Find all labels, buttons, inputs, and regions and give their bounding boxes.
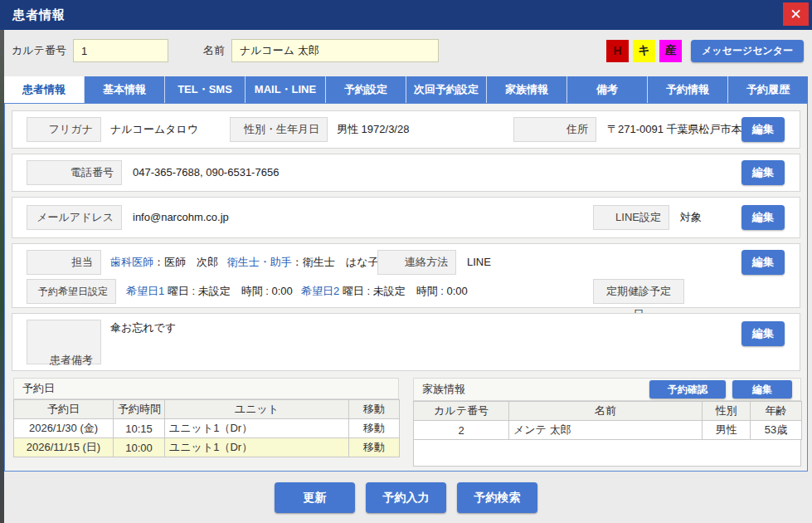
appointments-table: 予約日 予約時間 ユニット 移動 2026/1/30 (金) 10:15 ユニッ… [13,399,400,457]
tab-patient-info[interactable]: 患者情報 [4,76,85,103]
name-input[interactable] [231,39,439,62]
tab-reservation-settings[interactable]: 予約設定 [326,76,406,103]
appt-unit: ユニット1（Dr） [165,438,349,457]
appt-unit: ユニット1（Dr） [165,419,349,438]
tab-bar: 患者情報 基本情報 TEL・SMS MAIL・LINE 予約設定 次回予約設定 … [4,76,808,103]
tab-family-info[interactable]: 家族情報 [487,76,567,103]
table-row[interactable]: 2026/11/15 (日) 10:00 ユニット1（Dr） 移動 [14,438,400,457]
contact-method-label: 連絡方法 [377,250,456,275]
patient-note-label: 患者備考 [27,320,101,364]
reservation-confirm-button[interactable]: 予約確認 [649,380,726,398]
chart-number-input[interactable] [73,39,168,62]
appt-move-button[interactable]: 移動 [349,438,400,457]
tab-tel-sms[interactable]: TEL・SMS [165,76,246,103]
wish-day-2: 希望日2 曜日 : 未設定 時間 : 0:00 [301,279,468,304]
edit-basic-button[interactable]: 編集 [741,117,785,142]
chart-number-label: カルテ番号 [12,43,66,58]
line-setting-value: 対象 [680,205,702,230]
wish2-label: 希望日2 [301,285,339,297]
appointments-header-row: 予約日 予約時間 ユニット 移動 [14,400,400,419]
address-label: 住所 [513,117,596,142]
message-center-button[interactable]: メッセージセンター [691,40,804,62]
sex-birth-value: 男性 1972/3/28 [337,117,409,142]
family-name: メンテ 太郎 [509,421,703,440]
staff-value: 歯科医師：医師 次郎 衛生士・助手：衛生士 はな子 [110,250,378,275]
phone-label: 電話番号 [27,160,122,185]
family-title: 家族情報 [422,382,465,397]
patient-info-panel: フリガナ ナルコームタロウ 性別・生年月日 男性 1972/3/28 住所 〒2… [4,103,808,472]
wish-day-setting-label: 予約希望日設定 [27,279,116,304]
table-row[interactable]: 2026/1/30 (金) 10:15 ユニット1（Dr） 移動 [14,419,400,438]
wish1-value: 曜日 : 未設定 時間 : 0:00 [168,285,293,297]
close-icon[interactable]: ✕ [783,2,809,26]
col-family-age: 年齢 [751,402,802,421]
appointments-header: 予約日 [13,378,399,399]
table-row[interactable]: 2 メンテ 太郎 男性 53歳 [414,421,802,440]
family-chart-number: 2 [414,421,509,440]
wish1-label: 希望日1 [126,285,164,297]
flag-badge-ki[interactable]: キ [633,40,655,62]
furigana-label: フリガナ [27,117,101,142]
sex-birth-label: 性別・生年月日 [230,117,328,142]
section-mail: メールアドレス info@narcohm.co.jp LINE設定 対象 編集 [12,197,800,238]
tab-basic-info[interactable]: 基本情報 [85,76,165,103]
furigana-value: ナルコームタロウ [110,117,198,142]
hygienist-label: 衛生士・助手 [227,256,292,268]
mail-label: メールアドレス [27,205,122,230]
col-appt-unit: ユニット [165,400,349,419]
tab-reservation-info[interactable]: 予約情報 [648,76,728,103]
appt-move-button[interactable]: 移動 [349,419,400,438]
col-appt-time: 予約時間 [114,400,165,419]
family-sex: 男性 [703,421,751,440]
dentist-label: 歯科医師 [110,256,153,268]
dialog-title: 患者情報 [0,7,66,23]
tab-mail-line[interactable]: MAIL・LINE [246,76,326,103]
name-label: 名前 [203,43,225,58]
appointments-panel: 予約日 予約日 予約時間 ユニット 移動 2026/1/30 (金) 10:15… [13,378,399,467]
family-header-row: カルテ番号 名前 性別 年齢 [414,402,802,421]
appt-time: 10:15 [114,419,165,438]
colon: ： [292,256,303,268]
appointments-title: 予約日 [22,381,55,396]
colon: ： [153,256,164,268]
hygienist-value: 衛生士 はな子 [303,256,379,268]
col-family-name: 名前 [509,402,703,421]
dialog-titlebar: 患者情報 ✕ [0,0,812,30]
edit-staff-button[interactable]: 編集 [741,250,785,275]
tab-reservation-history[interactable]: 予約履歴 [728,76,808,103]
family-table-empty-area [413,440,801,467]
family-panel: 家族情報 予約確認 編集 カルテ番号 名前 性別 年齢 2 メンテ 太郎 [413,378,801,467]
section-basic: フリガナ ナルコームタロウ 性別・生年月日 男性 1972/3/28 住所 〒2… [12,110,800,149]
reservation-search-button[interactable]: 予約検索 [457,482,537,513]
dentist-value: 医師 次郎 [164,256,218,268]
section-phone: 電話番号 047-365-7688, 090-6531-7656 編集 [12,154,800,192]
flag-badge-h[interactable]: H [606,40,629,62]
col-appt-move: 移動 [349,400,400,419]
tab-next-reservation-settings[interactable]: 次回予約設定 [406,76,487,103]
family-header: 家族情報 予約確認 編集 [413,378,801,401]
col-family-sex: 性別 [703,402,751,421]
mail-value: info@narcohm.co.jp [133,205,229,230]
phone-value: 047-365-7688, 090-6531-7656 [133,160,279,185]
appt-date: 2026/1/30 (金) [14,419,114,438]
edit-phone-button[interactable]: 編集 [741,160,785,185]
periodic-checkup-button[interactable]: 定期健診予定日 [593,279,684,304]
update-button[interactable]: 更新 [275,482,355,513]
col-family-chart: カルテ番号 [414,402,509,421]
staff-label: 担当 [27,250,101,275]
flag-badge-san[interactable]: 産 [659,40,682,62]
section-note: 患者備考 傘お忘れです 編集 [12,313,800,371]
line-setting-label: LINE設定 [593,205,669,230]
edit-note-button[interactable]: 編集 [741,321,785,346]
appt-date: 2026/11/15 (日) [14,438,114,457]
appt-time: 10:00 [114,438,165,457]
edit-mail-button[interactable]: 編集 [741,205,785,230]
edit-family-button[interactable]: 編集 [732,380,792,398]
tab-remarks[interactable]: 備考 [567,76,648,103]
family-age: 53歳 [751,421,802,440]
patient-note-value: 傘お忘れです [110,315,176,340]
family-table: カルテ番号 名前 性別 年齢 2 メンテ 太郎 男性 53歳 [413,401,802,440]
wish2-value: 曜日 : 未設定 時間 : 0:00 [343,285,468,297]
contact-method-value: LINE [467,250,491,275]
reservation-entry-button[interactable]: 予約入力 [366,482,446,513]
